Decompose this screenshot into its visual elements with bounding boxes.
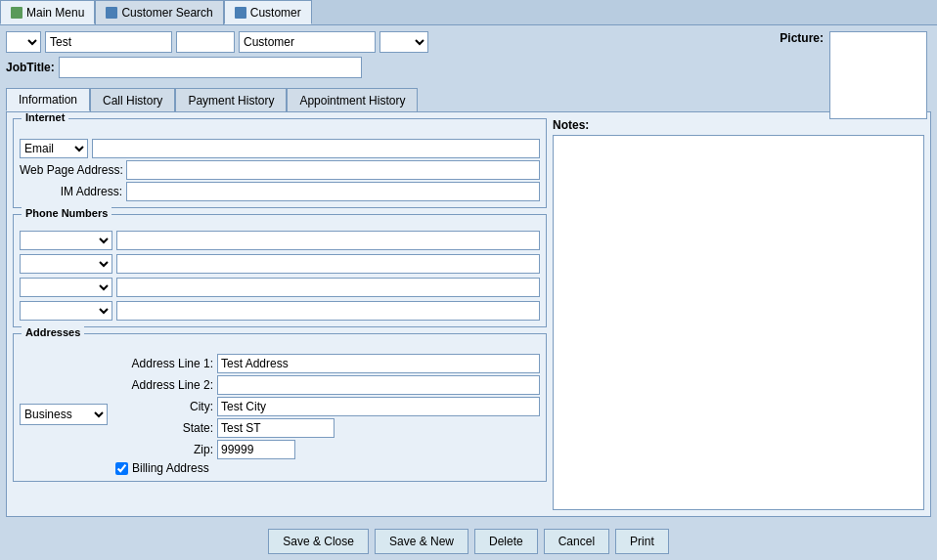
customer-icon xyxy=(235,7,246,19)
save-new-button[interactable]: Save & New xyxy=(375,529,468,554)
delete-button[interactable]: Delete xyxy=(474,529,538,554)
phone-type-select-2[interactable]: HomeWorkMobileFax xyxy=(20,254,112,274)
internet-section: Internet Email Home Work Web Page Addr xyxy=(13,118,547,208)
address-select-row: Business Home Other Address Line 1: Addr… xyxy=(20,354,540,475)
addresses-section: Addresses Business Home Other Address Li… xyxy=(13,333,547,482)
phone-legend: Phone Numbers xyxy=(22,207,112,219)
addr-city-row: City: xyxy=(115,397,540,416)
tab-information[interactable]: Information xyxy=(6,88,90,111)
first-name-input[interactable] xyxy=(45,31,172,53)
tab-payment-history[interactable]: Payment History xyxy=(175,88,287,111)
addr-state-row: State: xyxy=(115,418,540,438)
notes-label: Notes: xyxy=(553,118,924,132)
customer-search-icon xyxy=(106,7,117,19)
phone-row-2: HomeWorkMobileFax xyxy=(20,254,540,274)
email-type-select[interactable]: Email Home Work xyxy=(20,139,88,158)
tab-main-menu-label: Main Menu xyxy=(26,6,84,20)
phone-input-2[interactable] xyxy=(116,254,540,274)
phone-row-3: HomeWorkMobileFax xyxy=(20,278,540,297)
title-bar: Main Menu Customer Search Customer xyxy=(0,0,937,25)
webpage-row: Web Page Address: xyxy=(20,160,540,180)
phone-input-4[interactable] xyxy=(116,301,540,321)
main-menu-icon xyxy=(11,7,22,19)
webpage-input[interactable] xyxy=(126,160,540,180)
im-row: IM Address: xyxy=(20,182,540,201)
phone-row-1: HomeWorkMobileFax xyxy=(20,231,540,250)
email-row: Email Home Work xyxy=(20,139,540,158)
picture-box xyxy=(829,31,927,119)
billing-checkbox[interactable] xyxy=(115,462,128,475)
addr-zip-label: Zip: xyxy=(115,443,213,456)
tab-main-menu[interactable]: Main Menu xyxy=(0,0,95,24)
tab-customer-search[interactable]: Customer Search xyxy=(95,0,223,24)
tab-appointment-history[interactable]: Appointment History xyxy=(287,88,418,111)
addr-city-input[interactable] xyxy=(217,397,540,416)
addr-zip-input[interactable] xyxy=(217,440,295,459)
address-type-select[interactable]: Business Home Other xyxy=(20,404,108,425)
addr-city-label: City: xyxy=(115,400,213,413)
picture-label: Picture: xyxy=(780,31,824,45)
tab-customer-search-label: Customer Search xyxy=(121,6,212,20)
phone-row-4: HomeWorkMobileFax xyxy=(20,301,540,321)
addr-line2-label: Address Line 2: xyxy=(115,378,213,392)
addr-line1-row: Address Line 1: xyxy=(115,354,540,373)
upper-section: Mr. Ms. Mrs. Dr. Jr. Sr. II III JobTitle… xyxy=(6,31,931,84)
last-name-input[interactable] xyxy=(239,31,376,53)
save-close-button[interactable]: Save & Close xyxy=(268,529,369,554)
panel-left: Internet Email Home Work Web Page Addr xyxy=(13,118,547,510)
addr-line2-input[interactable] xyxy=(217,375,540,395)
information-panel: Internet Email Home Work Web Page Addr xyxy=(6,111,931,517)
addresses-legend: Addresses xyxy=(22,326,84,338)
webpage-label: Web Page Address: xyxy=(20,163,122,177)
cancel-button[interactable]: Cancel xyxy=(544,529,609,554)
notes-textarea[interactable] xyxy=(553,135,924,510)
jobtitle-input[interactable] xyxy=(59,57,362,78)
addr-zip-row: Zip: xyxy=(115,440,540,459)
phone-type-select-1[interactable]: HomeWorkMobileFax xyxy=(20,231,112,250)
phone-type-select-3[interactable]: HomeWorkMobileFax xyxy=(20,278,112,297)
im-label: IM Address: xyxy=(20,185,122,198)
phone-input-3[interactable] xyxy=(116,278,540,297)
bottom-bar: Save & Close Save & New Delete Cancel Pr… xyxy=(0,523,937,560)
email-input[interactable] xyxy=(92,139,540,158)
address-form: Address Line 1: Address Line 2: City: xyxy=(115,354,540,475)
panel-right: Notes: xyxy=(553,118,924,510)
addr-line1-label: Address Line 1: xyxy=(115,357,213,370)
middle-name-input[interactable] xyxy=(176,31,235,53)
billing-label: Billing Address xyxy=(132,461,209,475)
billing-row: Billing Address xyxy=(115,461,540,475)
prefix-select[interactable]: Mr. Ms. Mrs. Dr. xyxy=(6,31,41,53)
suffix-select[interactable]: Jr. Sr. II III xyxy=(379,31,428,53)
phone-type-select-4[interactable]: HomeWorkMobileFax xyxy=(20,301,112,321)
phone-input-1[interactable] xyxy=(116,231,540,250)
phone-section: Phone Numbers HomeWorkMobileFax HomeWork… xyxy=(13,214,547,327)
tab-customer-label: Customer xyxy=(250,6,301,20)
tab-call-history[interactable]: Call History xyxy=(90,88,175,111)
jobtitle-label: JobTitle: xyxy=(6,61,55,74)
addr-line1-input[interactable] xyxy=(217,354,540,373)
print-button[interactable]: Print xyxy=(615,529,669,554)
internet-legend: Internet xyxy=(22,111,68,123)
tab-customer[interactable]: Customer xyxy=(224,0,312,24)
addr-state-input[interactable] xyxy=(217,418,335,438)
im-input[interactable] xyxy=(126,182,540,201)
addr-state-label: State: xyxy=(115,421,213,435)
addr-line2-row: Address Line 2: xyxy=(115,375,540,395)
